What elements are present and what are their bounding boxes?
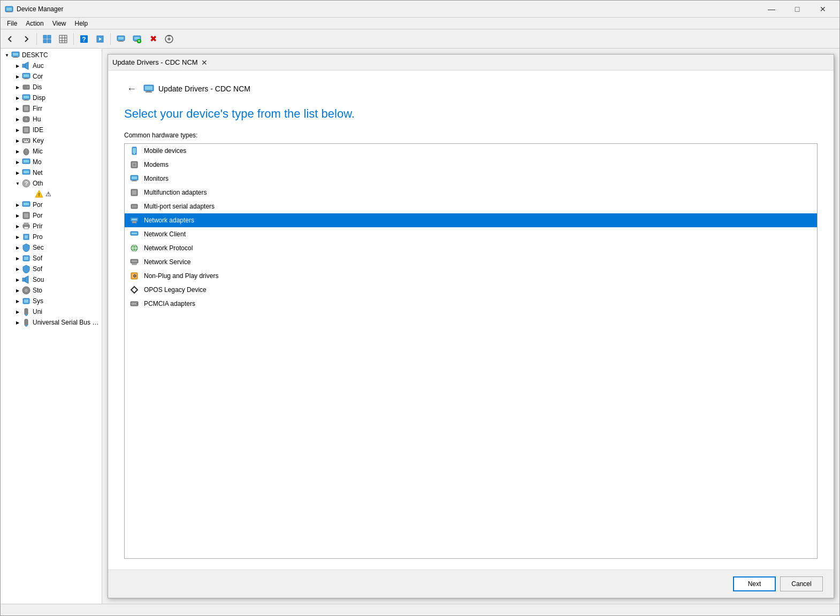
menu-help[interactable]: Help (71, 18, 93, 29)
maximize-button[interactable]: □ (785, 2, 810, 17)
svg-rect-105 (132, 190, 136, 195)
tree-item-mice[interactable]: ▶ Mic (1, 146, 102, 157)
minimize-button[interactable]: — (759, 2, 784, 17)
scan-button[interactable] (162, 32, 177, 47)
tree-item-disk[interactable]: ▶ Dis (1, 82, 102, 93)
hw-item-opos[interactable]: OPOS Legacy Device (125, 283, 817, 297)
hw-label-opos: OPOS Legacy Device (144, 286, 207, 294)
tree-item-firmware[interactable]: ▶ Firr (1, 103, 102, 114)
computer-button[interactable] (113, 32, 128, 47)
hw-item-multiport[interactable]: Multi-port serial adapters (125, 199, 817, 213)
tree-item-sound[interactable]: ▶ Sou (1, 274, 102, 285)
tree-item-software2[interactable]: ▶ Sof (1, 264, 102, 274)
tree-item-ide[interactable]: ▶ IDE (1, 125, 102, 135)
tree-icon-system (22, 297, 30, 305)
tree-item-software1[interactable]: ▶ Sof (1, 253, 102, 264)
tree-arrow-desktop: ▼ (3, 51, 11, 59)
hw-item-modems[interactable]: Modems (125, 158, 817, 172)
tree-item-usb[interactable]: ▶ Uni (1, 306, 102, 317)
tree-arrow-processors: ▶ (13, 233, 22, 241)
hw-item-network-service[interactable]: Network Service (125, 255, 817, 269)
hw-item-non-plug[interactable]: ⚙ Non-Plug and Play drivers (125, 269, 817, 283)
hw-item-network-protocol[interactable]: Network Protocol (125, 241, 817, 255)
tree-arrow-ports1: ▶ (13, 201, 22, 209)
svg-rect-93 (146, 91, 152, 93)
tree-item-other[interactable]: ▼ ? Oth (1, 178, 102, 189)
hw-label-modems: Modems (144, 161, 169, 168)
svg-rect-3 (6, 12, 12, 12)
tree-item-display[interactable]: ▶ Disp (1, 93, 102, 103)
tree-item-storage[interactable]: ▶ Sto (1, 285, 102, 296)
svg-point-43 (27, 86, 29, 88)
tree-item-keyboard[interactable]: ▶ Key (1, 135, 102, 146)
tree-arrow-hid: ▶ (13, 115, 22, 124)
close-button[interactable]: ✕ (811, 2, 835, 17)
tree-item-usb-devices[interactable]: ▶ Universal Serial Bus devices (1, 317, 102, 328)
svg-rect-80 (22, 278, 25, 281)
dialog-content: ← Update Drivers - CDC NCM Sele (108, 71, 834, 569)
back-button[interactable] (3, 32, 18, 47)
hw-item-pcmcia[interactable]: PCMCIA adapters (125, 297, 817, 311)
cancel-button[interactable]: Cancel (780, 576, 823, 591)
tree-arrow-mice: ▶ (13, 147, 22, 156)
next-button[interactable]: Next (733, 576, 776, 591)
status-bar (1, 604, 839, 615)
toolbar-sep-1 (36, 33, 37, 45)
hw-item-multifunction[interactable]: Multifunction adapters (125, 186, 817, 199)
svg-rect-72 (24, 213, 28, 218)
tree-item-network[interactable]: ▶ Net (1, 167, 102, 178)
dialog-close-button[interactable]: ✕ (198, 56, 211, 69)
svg-rect-2 (7, 11, 11, 12)
tree-item-processors[interactable]: ▶ Pro (1, 232, 102, 242)
tree-icon-keyboard (22, 136, 30, 145)
tree-label-printers: Prir (33, 222, 43, 230)
show-connection-button[interactable] (56, 32, 71, 47)
svg-rect-19 (119, 41, 123, 41)
hw-label-non-plug: Non-Plug and Play drivers (144, 272, 218, 280)
hw-icon-opos (129, 284, 140, 295)
svg-rect-8 (59, 35, 67, 43)
svg-marker-81 (25, 276, 28, 283)
tree-icon-network (22, 168, 30, 177)
hw-label-monitors: Monitors (144, 175, 169, 182)
toolbar-sep-2 (73, 33, 74, 45)
tree-item-printers[interactable]: ▶ Prir (1, 221, 102, 232)
tree-item-audio[interactable]: ▶ Auc (1, 60, 102, 71)
svg-rect-34 (14, 57, 17, 57)
main-content: ▼ DESKTC ▶ (1, 49, 839, 604)
tree-item-warning[interactable]: ! ⚠ (1, 189, 102, 199)
tree-label-computer: Cor (33, 73, 43, 80)
menu-file[interactable]: File (3, 18, 21, 29)
tree-item-monitors[interactable]: ▶ Mo (1, 157, 102, 167)
hw-item-mobile[interactable]: Mobile devices (125, 144, 817, 158)
help-button[interactable]: ? (77, 32, 91, 47)
tree-item-security[interactable]: ▶ Sec (1, 242, 102, 253)
tree-item-hid[interactable]: ▶ Hu (1, 114, 102, 125)
forward-button[interactable] (19, 32, 34, 47)
svg-rect-5 (48, 35, 51, 38)
hw-icon-monitors (129, 173, 140, 184)
tree-item-ports1[interactable]: ▶ Por (1, 199, 102, 210)
menu-view[interactable]: View (48, 18, 71, 29)
show-all-devices-button[interactable] (40, 32, 55, 47)
tree-arrow-warning (26, 190, 35, 198)
tree-label-disk: Dis (33, 83, 42, 91)
hw-item-network-adapters[interactable]: Network adapters (125, 213, 817, 227)
update-drivers-dialog: Update Drivers - CDC NCM ✕ ← (108, 54, 834, 598)
dialog-back-button[interactable]: ← (124, 81, 139, 96)
hw-item-network-client[interactable]: Network Client (125, 227, 817, 241)
tree-icon-ide (22, 126, 30, 134)
svg-rect-35 (13, 57, 18, 58)
tree-item-computer[interactable]: ▶ Cor (1, 71, 102, 82)
tree-label-warning-item: ⚠ (45, 190, 51, 198)
hw-item-monitors[interactable]: Monitors (125, 172, 817, 186)
tree-icon-security (22, 243, 30, 252)
tree-item-desktop[interactable]: ▼ DESKTC (1, 50, 102, 60)
menu-action[interactable]: Action (21, 18, 48, 29)
tree-item-ports2[interactable]: ▶ Por (1, 210, 102, 221)
tree-item-system[interactable]: ▶ Sys (1, 296, 102, 306)
svg-marker-124 (131, 287, 138, 293)
view-resources-button[interactable] (93, 32, 108, 47)
remove-device-button[interactable]: ✖ (146, 32, 161, 47)
add-device-button[interactable]: + (129, 32, 144, 47)
